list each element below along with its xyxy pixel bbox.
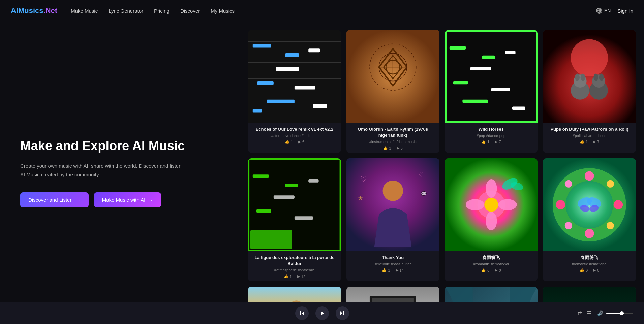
svg-rect-6 bbox=[285, 53, 299, 57]
svg-point-67 bbox=[466, 199, 484, 210]
hero-section: Make and Explore AI Music Create your ow… bbox=[0, 22, 243, 324]
card-info-1: Echoes of Our Love remix v1 ext v2.2 #al… bbox=[248, 123, 341, 147]
card-tags-8: #romantic #emotional bbox=[546, 262, 633, 266]
svg-rect-29 bbox=[449, 46, 465, 50]
card-tags-6: #melodic #bass guitar bbox=[350, 262, 436, 266]
nav-link-make-music[interactable]: Make Music bbox=[71, 8, 98, 14]
card-info-3: Wild Horses #pop #dance-pop 👍1 ▶7 bbox=[445, 123, 538, 147]
card-stats-7: 👍0 ▶0 bbox=[448, 268, 534, 272]
queue-icon[interactable]: ☰ bbox=[587, 310, 592, 317]
svg-rect-49 bbox=[253, 174, 269, 178]
hero-description: Create your own music with AI, share wit… bbox=[20, 162, 182, 179]
player-bar: ⇄ ☰ 🔊 bbox=[0, 302, 644, 324]
card-thumbnail-2 bbox=[346, 30, 439, 123]
svg-point-76 bbox=[556, 200, 565, 209]
svg-rect-8 bbox=[308, 48, 320, 52]
svg-rect-31 bbox=[470, 67, 491, 70]
nav-link-discover[interactable]: Discover bbox=[180, 8, 200, 14]
hero-buttons: Discover and Listen → Make Music with AI… bbox=[20, 192, 222, 207]
card-title-6: Thank You bbox=[350, 255, 436, 261]
card-info-5: La ligue des explorateurs à la porte de … bbox=[248, 251, 341, 281]
shuffle-icon[interactable]: ⇄ bbox=[577, 310, 582, 317]
language-selector[interactable]: EN bbox=[596, 8, 611, 14]
svg-rect-5 bbox=[253, 44, 271, 47]
music-grid: Echoes of Our Love remix v1 ext v2.2 #al… bbox=[248, 30, 636, 324]
svg-point-75 bbox=[585, 229, 594, 238]
music-card-4[interactable]: Pups on Duty (Paw Patrol's on a Roll) #p… bbox=[543, 30, 636, 153]
nav-link-lyric-generator[interactable]: Lyric Generator bbox=[109, 8, 143, 14]
nav-links: Make Music Lyric Generator Pricing Disco… bbox=[71, 8, 596, 14]
signin-button[interactable]: Sign In bbox=[617, 8, 633, 14]
svg-rect-12 bbox=[313, 104, 327, 108]
svg-rect-53 bbox=[256, 209, 271, 213]
svg-text:♡: ♡ bbox=[360, 175, 367, 183]
svg-rect-13 bbox=[253, 109, 262, 112]
card-title-3: Wild Horses bbox=[448, 126, 534, 132]
nav-link-pricing[interactable]: Pricing bbox=[154, 8, 170, 14]
card-thumbnail-4 bbox=[543, 30, 636, 123]
card-info-6: Thank You #melodic #bass guitar 👍1 ▶14 bbox=[346, 251, 439, 275]
svg-rect-11 bbox=[267, 100, 295, 103]
card-title-7: 春雨纷飞 bbox=[448, 255, 534, 261]
music-card-6[interactable]: ♡ ♡ 💬 ★ Thank You #melodic #bass guitar … bbox=[346, 158, 439, 281]
card-tags-1: #alternative dance #indie pop bbox=[251, 134, 338, 138]
svg-rect-30 bbox=[482, 56, 495, 59]
nav-logo[interactable]: AIMusics.Net bbox=[11, 6, 71, 15]
volume-icon: 🔊 bbox=[597, 310, 604, 316]
card-stats-2: 👍1 ▶5 bbox=[350, 146, 436, 150]
card-title-4: Pups on Duty (Paw Patrol's on a Roll) bbox=[546, 126, 633, 132]
card-tags-3: #pop #dance-pop bbox=[448, 134, 534, 138]
svg-text:♡: ♡ bbox=[418, 172, 423, 178]
svg-marker-112 bbox=[302, 311, 304, 315]
card-stats-4: 👍1 ▶7 bbox=[546, 140, 633, 144]
card-thumbnail-6: ♡ ♡ 💬 ★ bbox=[346, 158, 439, 251]
svg-point-66 bbox=[486, 212, 497, 230]
card-info-8: 春雨纷飞 #romantic #emotional 👍0 ▶0 bbox=[543, 251, 636, 275]
card-info-4: Pups on Duty (Paw Patrol's on a Roll) #p… bbox=[543, 123, 636, 147]
card-thumbnail-5 bbox=[248, 158, 341, 251]
card-thumbnail-3 bbox=[445, 30, 538, 123]
svg-point-73 bbox=[585, 171, 594, 181]
card-title-2: Omo Olorun - Earth Rythm (1970s nigerian… bbox=[350, 126, 436, 138]
svg-rect-52 bbox=[308, 179, 318, 183]
nav-link-my-musics[interactable]: My Musics bbox=[211, 8, 235, 14]
music-card-8[interactable]: 春雨纷飞 #romantic #emotional 👍0 ▶0 bbox=[543, 158, 636, 281]
svg-point-64 bbox=[484, 198, 498, 212]
play-button[interactable] bbox=[315, 306, 329, 320]
svg-point-38 bbox=[571, 39, 608, 76]
hero-title: Make and Explore AI Music bbox=[20, 138, 222, 154]
music-card-5[interactable]: La ligue des explorateurs à la porte de … bbox=[248, 158, 341, 281]
music-card-2[interactable]: Omo Olorun - Earth Rythm (1970s nigerian… bbox=[346, 30, 439, 153]
player-right-group: ⇄ ☰ 🔊 bbox=[577, 310, 633, 317]
svg-rect-9 bbox=[257, 81, 274, 85]
prev-button[interactable] bbox=[295, 306, 309, 320]
card-title-8: 春雨纷飞 bbox=[546, 255, 633, 261]
svg-rect-50 bbox=[285, 184, 298, 187]
volume-bar[interactable] bbox=[606, 313, 633, 314]
svg-marker-115 bbox=[340, 311, 342, 315]
svg-marker-114 bbox=[321, 311, 324, 315]
card-tags-7: #romantic #emotional bbox=[448, 262, 534, 266]
svg-point-42 bbox=[581, 74, 585, 81]
card-tags-2: #instrumental #african music bbox=[350, 140, 436, 144]
svg-text:★: ★ bbox=[358, 195, 363, 201]
svg-rect-36 bbox=[512, 106, 525, 110]
discover-listen-button[interactable]: Discover and Listen → bbox=[20, 192, 89, 207]
make-music-button[interactable]: Make Music with AI → bbox=[94, 192, 161, 207]
card-info-2: Omo Olorun - Earth Rythm (1970s nigerian… bbox=[346, 123, 439, 153]
svg-rect-35 bbox=[462, 100, 488, 103]
next-button[interactable] bbox=[336, 306, 349, 320]
svg-point-74 bbox=[614, 200, 623, 209]
svg-point-79 bbox=[565, 180, 572, 188]
svg-rect-32 bbox=[505, 51, 515, 54]
language-label: EN bbox=[604, 8, 611, 13]
card-tags-4: #political #rebellious bbox=[546, 134, 633, 138]
svg-rect-51 bbox=[274, 195, 295, 199]
music-card-3[interactable]: Wild Horses #pop #dance-pop 👍1 ▶7 bbox=[445, 30, 538, 153]
svg-point-41 bbox=[575, 74, 580, 81]
music-card-1[interactable]: Echoes of Our Love remix v1 ext v2.2 #al… bbox=[248, 30, 341, 153]
music-card-7[interactable]: 春雨纷飞 #romantic #emotional 👍0 ▶0 bbox=[445, 158, 538, 281]
svg-point-46 bbox=[599, 74, 604, 81]
card-stats-8: 👍0 ▶0 bbox=[546, 268, 633, 272]
main-content: Make and Explore AI Music Create your ow… bbox=[0, 0, 644, 324]
